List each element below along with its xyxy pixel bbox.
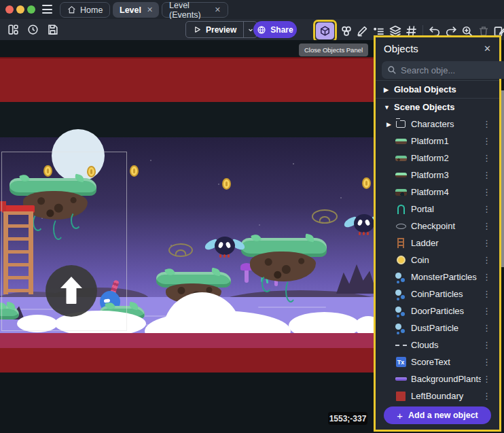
kebab-menu-icon[interactable]: ⋮ [481, 119, 492, 129]
section-scene-objects[interactable]: ▼ Scene Objects [376, 99, 499, 116]
object-row[interactable]: ▶ BackgroundPlants ⋮ [376, 370, 499, 387]
vine [262, 275, 272, 292]
kebab-menu-icon[interactable]: ⋮ [481, 187, 492, 197]
eye-outline-sketch[interactable] [168, 243, 193, 257]
object-thumbnail-icon [395, 391, 407, 402]
object-label: Ladder [411, 238, 481, 248]
flying-monster[interactable] [345, 213, 374, 237]
object-row[interactable]: ▶ ScoreText ⋮ [376, 353, 499, 370]
add-new-object-button[interactable]: + Add a new object [384, 406, 491, 424]
coin[interactable] [362, 177, 371, 189]
object-row[interactable]: ▶ MonsterParticles ⋮ [376, 269, 499, 285]
object-thumbnail-icon [395, 306, 407, 317]
tab-label: Home [80, 5, 103, 15]
object-row[interactable]: ▶ Platform4 ⋮ [376, 184, 499, 201]
objects-panel-toggle-button[interactable] [316, 22, 334, 39]
kebab-menu-icon[interactable]: ⋮ [481, 357, 492, 367]
panel-scrollbar[interactable] [501, 90, 504, 267]
object-thumbnail-icon [395, 357, 407, 368]
search-icon [387, 65, 397, 75]
history-icon[interactable] [26, 22, 40, 37]
object-label: Platform1 [411, 136, 481, 146]
panels-layout-icon[interactable] [6, 22, 20, 37]
object-row[interactable]: ▶ LeftBoundary ⋮ [376, 387, 499, 404]
chevron-right-icon: ▶ [386, 121, 395, 128]
maximize-window-button[interactable] [27, 5, 35, 14]
edit-pencil-icon[interactable] [355, 24, 370, 38]
selection-rectangle [1, 152, 127, 331]
tab-home[interactable]: Home [60, 2, 110, 18]
kebab-menu-icon[interactable]: ⋮ [481, 272, 492, 282]
scene-dark-band [0, 102, 374, 137]
object-label: Checkpoint [411, 221, 481, 231]
object-label: MonsterParticles [411, 272, 481, 282]
kebab-menu-icon[interactable]: ⋮ [481, 153, 492, 163]
kebab-menu-icon[interactable]: ⋮ [481, 391, 492, 401]
preview-button[interactable]: Preview [186, 22, 243, 37]
kebab-menu-icon[interactable]: ⋮ [481, 340, 492, 350]
close-window-button[interactable] [5, 5, 14, 14]
object-row[interactable]: ▶ Checkpoint ⋮ [376, 218, 499, 235]
tab-level[interactable]: Level ✕ [113, 2, 159, 18]
preview-button-group: Preview [185, 21, 257, 38]
kebab-menu-icon[interactable]: ⋮ [481, 255, 492, 265]
object-label: Clouds [411, 340, 481, 350]
object-row[interactable]: ▶ Clouds ⋮ [376, 336, 499, 353]
kebab-menu-icon[interactable]: ⋮ [481, 221, 492, 231]
tab-label: Level (Events) [169, 1, 209, 20]
object-groups-icon[interactable] [339, 24, 353, 38]
object-row[interactable]: ▶ Coin ⋮ [376, 252, 499, 269]
share-button[interactable]: Share [253, 21, 297, 38]
kebab-menu-icon[interactable]: ⋮ [481, 323, 492, 333]
object-row[interactable]: ▶ DustParticle ⋮ [376, 319, 499, 336]
kebab-menu-icon[interactable]: ⋮ [481, 238, 492, 248]
game-scene-viewport[interactable] [0, 40, 374, 433]
highlight-box-objects-button [313, 20, 337, 42]
kebab-menu-icon[interactable]: ⋮ [481, 306, 492, 316]
close-panel-icon[interactable]: ✕ [484, 44, 491, 54]
object-label: ScoreText [411, 357, 481, 367]
flying-monster[interactable] [206, 235, 244, 260]
object-row[interactable]: ▶ Platform2 ⋮ [376, 150, 499, 167]
kebab-menu-icon[interactable]: ⋮ [481, 289, 492, 299]
object-row[interactable]: ▶ Characters ⋮ [376, 116, 499, 133]
scene-bottom-band-crimson [0, 333, 374, 348]
object-label: DustParticle [411, 323, 481, 333]
eye-outline-sketch[interactable] [312, 209, 338, 224]
kebab-menu-icon[interactable]: ⋮ [481, 374, 492, 384]
object-row[interactable]: ▶ Platform3 ⋮ [376, 167, 499, 184]
tab-level-events[interactable]: Level (Events) ✕ [162, 2, 228, 18]
save-icon[interactable] [46, 22, 60, 37]
vine [285, 279, 296, 302]
object-thumbnail-icon [395, 136, 407, 147]
object-thumbnail-icon [395, 340, 407, 351]
kebab-menu-icon[interactable]: ⋮ [481, 204, 492, 214]
object-row[interactable]: ▶ DoorParticles ⋮ [376, 302, 499, 319]
coin[interactable] [222, 178, 231, 190]
object-thumbnail-icon [395, 289, 407, 300]
search-input[interactable] [401, 65, 504, 75]
search-box[interactable] [382, 61, 504, 79]
kebab-menu-icon[interactable]: ⋮ [481, 136, 492, 146]
objects-panel-title: Objects [384, 43, 484, 54]
object-thumbnail-icon [395, 323, 407, 334]
coin[interactable] [130, 165, 139, 177]
objects-list: ▶ Characters ⋮ ▶ Platform1 ⋮ ▶ Platform2… [376, 116, 499, 404]
kebab-menu-icon[interactable]: ⋮ [481, 170, 492, 180]
object-row[interactable]: ▶ Ladder ⋮ [376, 235, 499, 252]
minimize-window-button[interactable] [16, 5, 24, 14]
section-global-objects[interactable]: ▶ Global Objects [376, 81, 499, 98]
scene-top-boundary [0, 57, 374, 102]
close-tab-icon[interactable]: ✕ [147, 5, 153, 14]
main-menu-icon[interactable] [42, 5, 52, 14]
plus-icon: + [397, 410, 403, 421]
object-row[interactable]: ▶ CoinParticles ⋮ [376, 285, 499, 302]
chevron-right-icon: ▶ [384, 86, 389, 93]
close-tab-icon[interactable]: ✕ [215, 5, 221, 14]
globe-icon [257, 25, 266, 35]
object-thumbnail-icon [395, 119, 407, 130]
object-label: Platform3 [411, 170, 481, 180]
object-row[interactable]: ▶ Platform1 ⋮ [376, 133, 499, 150]
object-row[interactable]: ▶ Portal ⋮ [376, 201, 499, 218]
object-thumbnail-icon [395, 153, 407, 164]
